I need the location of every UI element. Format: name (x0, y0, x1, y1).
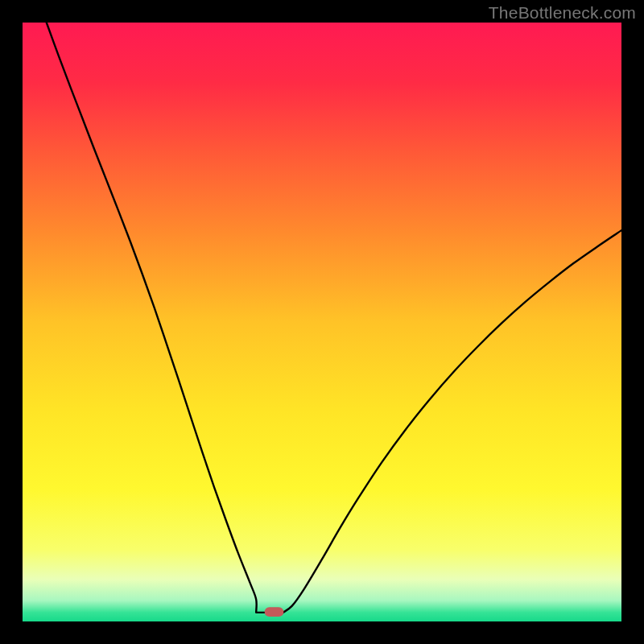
gradient-background (23, 23, 621, 621)
chart-frame: TheBottleneck.com (0, 0, 644, 644)
bottleneck-chart (23, 23, 621, 621)
optimal-marker (265, 607, 284, 617)
watermark-text: TheBottleneck.com (489, 3, 636, 23)
plot-area (23, 23, 621, 621)
